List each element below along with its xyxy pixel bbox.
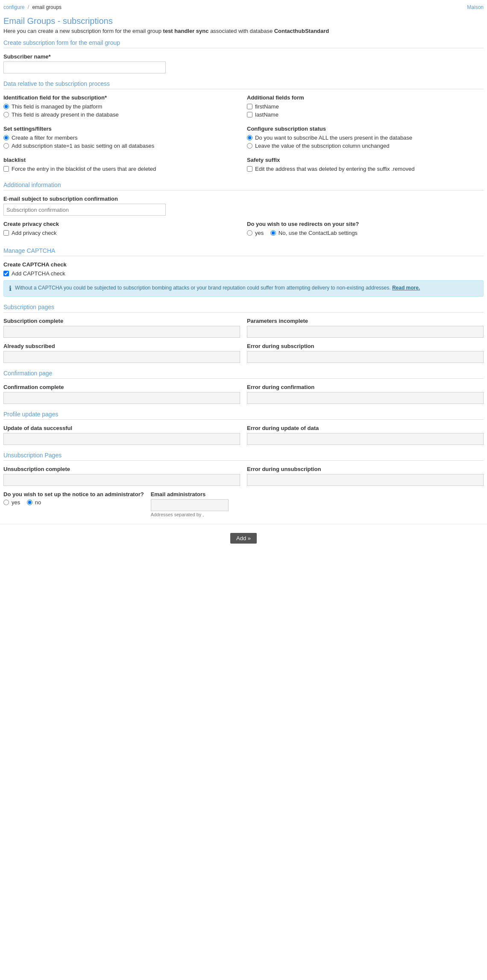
additional-fields-checkboxes: firstName lastName bbox=[247, 103, 484, 118]
captcha-option1[interactable]: Add CAPTCHA check bbox=[3, 270, 484, 277]
notice-no[interactable]: no bbox=[27, 499, 41, 506]
lastname-checkbox[interactable] bbox=[247, 112, 252, 117]
confirmation-complete-label: Confirmation complete bbox=[3, 384, 240, 390]
captcha-info-text: Without a CAPTCHA you could be subjected… bbox=[15, 285, 420, 291]
identification-label: Identification field for the subscriptio… bbox=[3, 94, 240, 101]
subscription-complete-input[interactable] bbox=[3, 326, 240, 338]
error-subscription-label: Error during subscription bbox=[247, 343, 484, 349]
confirmation-page-section: Confirmation page Confirmation complete … bbox=[3, 370, 484, 404]
configure-option2[interactable]: Leave the value of the subscription colu… bbox=[247, 143, 484, 149]
error-confirmation-field: Error during confirmation bbox=[247, 384, 484, 404]
configure-option1-text: Do you want to subscribe ALL the users p… bbox=[255, 135, 412, 141]
settings-radio1[interactable] bbox=[3, 135, 9, 140]
email-subject-input[interactable] bbox=[3, 204, 166, 216]
notice-radio-no[interactable] bbox=[27, 500, 32, 505]
notice-yes-text: yes bbox=[12, 499, 20, 506]
configure-status-label: Configure subscription status bbox=[247, 126, 484, 132]
captcha-checkbox[interactable] bbox=[3, 271, 9, 276]
configure-status-radio-group: Do you want to subscribe ALL the users p… bbox=[247, 135, 484, 149]
identification-radio2[interactable] bbox=[3, 112, 9, 117]
settings-option1[interactable]: Create a filter for members bbox=[3, 135, 240, 141]
data-subscription-section: Data relative to the subscription proces… bbox=[3, 80, 484, 175]
configure-option1[interactable]: Do you want to subscribe ALL the users p… bbox=[247, 135, 484, 141]
privacy-option1[interactable]: Add privacy check bbox=[3, 230, 240, 236]
confirmation-complete-field: Confirmation complete bbox=[3, 384, 240, 404]
captcha-option1-text: Add CAPTCHA check bbox=[12, 270, 65, 277]
additional-fields-label: Additional fields form bbox=[247, 94, 484, 101]
notice-radio-yes[interactable] bbox=[3, 500, 9, 505]
subscription-complete-field: Subscription complete bbox=[3, 318, 240, 338]
email-admin-col: Email administrators Addresses separated… bbox=[151, 491, 229, 517]
identification-radio1[interactable] bbox=[3, 104, 9, 109]
configure-radio1[interactable] bbox=[247, 135, 252, 140]
redirects-yes[interactable]: yes bbox=[247, 230, 264, 236]
blacklist-label: blacklist bbox=[3, 157, 240, 163]
identification-option1-text: This field is managed by the platform bbox=[12, 103, 102, 110]
error-unsubscription-input[interactable] bbox=[247, 474, 484, 486]
identification-option2-text: This field is already present in the dat… bbox=[12, 111, 119, 118]
blacklist-col: blacklist Force the entry in the blackli… bbox=[3, 157, 240, 175]
configure-option2-text: Leave the value of the subscription colu… bbox=[255, 143, 389, 149]
firstname-checkbox[interactable] bbox=[247, 104, 252, 109]
additional-information-section: Additional information E-mail subject to… bbox=[3, 181, 484, 240]
unsubscription-complete-field: Unsubscription complete bbox=[3, 466, 240, 486]
safety-suffix-label: Safety suffix bbox=[247, 157, 484, 163]
subscriber-name-input[interactable] bbox=[3, 61, 166, 73]
add-button[interactable]: Add » bbox=[230, 533, 257, 544]
parameters-incomplete-field: Parameters incomplete bbox=[247, 318, 484, 338]
parameters-incomplete-label: Parameters incomplete bbox=[247, 318, 484, 324]
email-admin-input[interactable] bbox=[151, 499, 229, 511]
subscription-row1: Subscription complete Parameters incompl… bbox=[3, 318, 484, 338]
captcha-checkbox-group: Add CAPTCHA check bbox=[3, 270, 484, 277]
identification-radio-group: This field is managed by the platform Th… bbox=[3, 103, 240, 118]
notice-yes[interactable]: yes bbox=[3, 499, 20, 506]
confirmation-complete-input[interactable] bbox=[3, 392, 240, 404]
privacy-checkbox[interactable] bbox=[3, 230, 9, 236]
footer: Add » bbox=[0, 524, 487, 556]
profile-update-title: Profile update pages bbox=[3, 411, 484, 420]
blacklist-checkbox[interactable] bbox=[3, 166, 9, 172]
settings-option2[interactable]: Add subscription state=1 as basic settin… bbox=[3, 143, 240, 149]
settings-radio-group: Create a filter for members Add subscrip… bbox=[3, 135, 240, 149]
profile-row1: Update of data successful Error during u… bbox=[3, 425, 484, 445]
already-subscribed-field: Already subscribed bbox=[3, 343, 240, 363]
update-success-input[interactable] bbox=[3, 433, 240, 445]
identification-option2[interactable]: This field is already present in the dat… bbox=[3, 111, 240, 118]
blacklist-checkboxes: Force the entry in the blacklist of the … bbox=[3, 166, 240, 172]
error-subscription-input[interactable] bbox=[247, 351, 484, 363]
redirects-no[interactable]: No, use the ContactLab settings bbox=[270, 230, 358, 236]
already-subscribed-label: Already subscribed bbox=[3, 343, 240, 349]
read-more-link[interactable]: Read more. bbox=[392, 285, 420, 291]
lastname-option[interactable]: lastName bbox=[247, 111, 484, 118]
data-section-title: Data relative to the subscription proces… bbox=[3, 80, 484, 89]
identification-option1[interactable]: This field is managed by the platform bbox=[3, 103, 240, 110]
captcha-section: Manage CAPTCHA Create CAPTCHA check Add … bbox=[3, 247, 484, 297]
email-subject-field: E-mail subject to subscription confirmat… bbox=[3, 196, 484, 216]
unsubscription-row1: Unsubscription complete Error during uns… bbox=[3, 466, 484, 486]
blacklist-option1[interactable]: Force the entry in the blacklist of the … bbox=[3, 166, 240, 172]
privacy-check-col: Create privacy check Add privacy check bbox=[3, 221, 240, 240]
firstname-option[interactable]: firstName bbox=[247, 103, 484, 110]
redirects-radio-no[interactable] bbox=[270, 230, 276, 236]
identification-col: Identification field for the subscriptio… bbox=[3, 94, 240, 120]
redirects-yes-text: yes bbox=[255, 230, 264, 236]
error-subscription-field: Error during subscription bbox=[247, 343, 484, 363]
configure-link[interactable]: configure bbox=[3, 4, 24, 10]
additional-bottom-row: Create privacy check Add privacy check D… bbox=[3, 221, 484, 240]
confirmation-row1: Confirmation complete Error during confi… bbox=[3, 384, 484, 404]
firstname-text: firstName bbox=[255, 103, 279, 110]
already-subscribed-input[interactable] bbox=[3, 351, 240, 363]
safety-checkbox[interactable] bbox=[247, 166, 252, 172]
unsubscription-title: Unsubscription Pages bbox=[3, 452, 484, 461]
unsubscription-complete-input[interactable] bbox=[3, 474, 240, 486]
additional-fields-col: Additional fields form firstName lastNam… bbox=[247, 94, 484, 120]
settings-radio2[interactable] bbox=[3, 143, 9, 149]
redirects-radio-yes[interactable] bbox=[247, 230, 252, 236]
error-update-input[interactable] bbox=[247, 433, 484, 445]
maison-link[interactable]: Maison bbox=[467, 4, 484, 10]
parameters-incomplete-input[interactable] bbox=[247, 326, 484, 338]
subscription-row2: Already subscribed Error during subscrip… bbox=[3, 343, 484, 363]
error-confirmation-input[interactable] bbox=[247, 392, 484, 404]
configure-radio2[interactable] bbox=[247, 143, 252, 149]
safety-option1[interactable]: Edit the address that was deleted by ent… bbox=[247, 166, 484, 172]
